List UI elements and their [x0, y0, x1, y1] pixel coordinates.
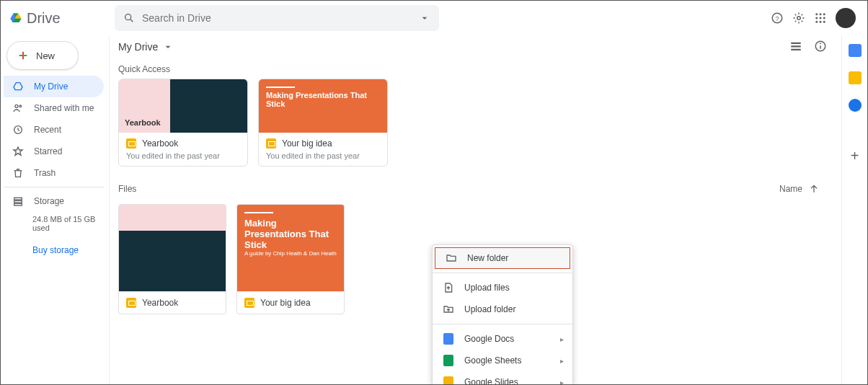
svg-rect-24 — [791, 49, 801, 50]
menu-item-upload-files[interactable]: Upload files — [433, 277, 572, 298]
star-icon — [12, 146, 24, 157]
menu-item-google-docs[interactable]: Google Docs ▸ — [433, 328, 572, 350]
apps-grid-icon[interactable] — [814, 12, 827, 25]
quick-access-label: Quick Access — [118, 60, 830, 79]
sidebar: New My Drive Shared with me Recent Starr… — [1, 35, 109, 384]
calendar-icon[interactable] — [849, 44, 862, 57]
menu-item-label: Google Slides — [464, 377, 518, 385]
quick-access-card[interactable]: Yearbook Yearbook You edited in the past… — [118, 79, 248, 167]
plus-icon — [17, 50, 29, 61]
slides-icon — [126, 138, 136, 149]
storage-icon — [12, 195, 24, 207]
sheets-icon — [443, 355, 454, 366]
tasks-icon[interactable] — [849, 99, 862, 112]
storage-label: Storage — [34, 196, 64, 206]
svg-rect-22 — [791, 43, 801, 44]
file-title: Yearbook — [142, 298, 178, 308]
sort-column[interactable]: Name — [779, 183, 820, 195]
file-title: Your big idea — [282, 138, 332, 149]
context-menu: New folder Upload files Upload folder Go… — [432, 244, 573, 385]
thumbnail: Making Presentations That Stick A guide … — [237, 205, 344, 291]
sidebar-item-label: My Drive — [34, 81, 68, 92]
slides-icon — [126, 298, 136, 308]
info-icon[interactable] — [814, 40, 827, 53]
add-addon-icon[interactable]: + — [851, 148, 859, 164]
breadcrumb-current: My Drive — [118, 41, 158, 53]
quick-access-card[interactable]: Making Presentations That Stick Your big… — [258, 79, 388, 167]
folder-upload-icon — [443, 304, 454, 315]
thumbnail: Making Presentations That Stick — [259, 79, 387, 133]
logo-area[interactable]: Drive — [6, 10, 115, 27]
app-header: Drive ? — [1, 1, 867, 35]
sidebar-item-trash[interactable]: Trash — [4, 162, 104, 184]
caret-down-icon[interactable] — [419, 12, 430, 24]
svg-point-27 — [820, 43, 821, 44]
menu-item-google-slides[interactable]: Google Slides ▸ — [433, 371, 572, 385]
sidebar-item-label: Starred — [34, 146, 62, 156]
svg-rect-20 — [14, 200, 22, 203]
storage-usage: 24.8 MB of 15 GB used — [4, 212, 104, 235]
arrow-up-icon — [808, 183, 820, 195]
thumbnail: Yearbook — [119, 79, 247, 133]
svg-point-9 — [820, 17, 822, 19]
sort-column-label: Name — [779, 184, 802, 194]
menu-item-label: Upload folder — [464, 304, 515, 314]
clock-icon — [12, 124, 24, 136]
chevron-right-icon: ▸ — [560, 335, 564, 343]
file-subtitle: You edited in the past year — [266, 151, 380, 160]
breadcrumb[interactable]: My Drive — [118, 38, 830, 60]
sidebar-item-label: Recent — [34, 125, 61, 135]
menu-item-new-folder[interactable]: New folder — [435, 247, 570, 269]
svg-line-1 — [130, 19, 133, 22]
gear-icon[interactable] — [792, 12, 805, 25]
new-button[interactable]: New — [6, 41, 79, 70]
chevron-right-icon: ▸ — [560, 379, 564, 386]
svg-point-6 — [820, 13, 822, 15]
svg-point-5 — [815, 13, 818, 15]
svg-point-0 — [125, 14, 131, 20]
trash-icon — [12, 167, 24, 179]
drive-logo-icon — [9, 12, 22, 25]
slides-icon — [443, 376, 454, 385]
file-title: Yearbook — [142, 138, 178, 149]
svg-point-7 — [823, 13, 825, 15]
keep-icon[interactable] — [849, 71, 862, 84]
menu-item-label: Upload files — [464, 283, 510, 293]
svg-point-12 — [820, 21, 822, 23]
menu-item-google-sheets[interactable]: Google Sheets ▸ — [433, 350, 572, 371]
help-icon[interactable]: ? — [771, 12, 784, 25]
chevron-right-icon: ▸ — [560, 357, 564, 365]
sidebar-item-my-drive[interactable]: My Drive — [4, 76, 104, 97]
menu-item-label: Google Docs — [464, 334, 514, 344]
sidebar-item-storage[interactable]: Storage — [4, 190, 104, 212]
svg-rect-19 — [14, 198, 22, 200]
menu-item-label: Google Sheets — [464, 355, 521, 366]
new-button-label: New — [36, 50, 55, 61]
search-box[interactable] — [115, 5, 439, 31]
thumbnail — [119, 205, 226, 291]
svg-point-16 — [15, 105, 18, 107]
people-icon — [12, 102, 24, 114]
file-subtitle: You edited in the past year — [126, 151, 240, 160]
search-input[interactable] — [142, 12, 412, 24]
sidebar-item-starred[interactable]: Starred — [4, 141, 104, 162]
sidebar-item-recent[interactable]: Recent — [4, 119, 104, 141]
svg-point-10 — [823, 17, 825, 19]
file-card[interactable]: Making Presentations That Stick A guide … — [236, 204, 345, 314]
slides-icon — [266, 138, 276, 149]
list-view-icon[interactable] — [789, 40, 802, 53]
sidebar-item-shared[interactable]: Shared with me — [4, 97, 104, 119]
file-title: Your big idea — [260, 298, 311, 308]
menu-item-upload-folder[interactable]: Upload folder — [433, 298, 572, 320]
slides-icon — [244, 298, 254, 308]
svg-point-13 — [823, 21, 825, 23]
file-card[interactable]: Yearbook — [118, 204, 226, 314]
search-icon — [123, 12, 135, 24]
account-avatar[interactable] — [836, 8, 856, 28]
sidebar-item-label: Trash — [34, 168, 56, 178]
buy-storage-link[interactable]: Buy storage — [4, 235, 104, 258]
drive-icon — [12, 81, 24, 92]
sidebar-item-label: Shared with me — [34, 103, 94, 113]
files-label: Files — [118, 180, 136, 198]
svg-point-11 — [815, 21, 818, 23]
